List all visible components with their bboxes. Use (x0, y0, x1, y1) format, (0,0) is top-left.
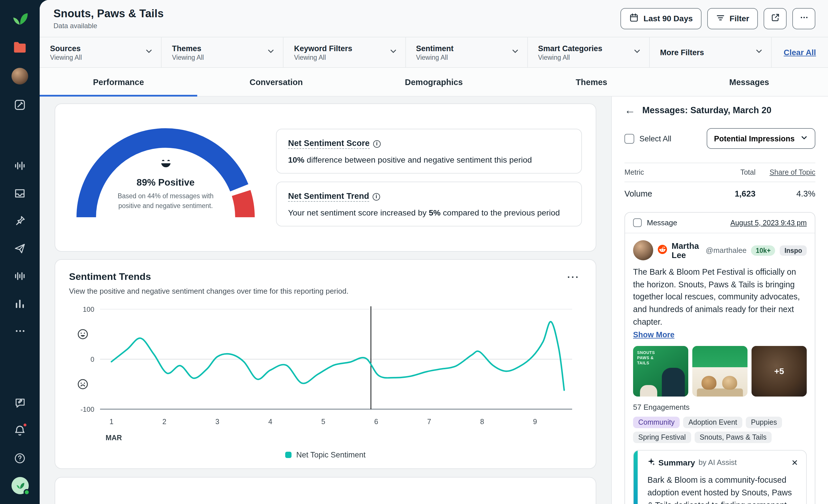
info-icon[interactable] (373, 140, 381, 147)
app-sidebar (0, 0, 40, 504)
image-overflow-count: +5 (774, 366, 784, 376)
clear-all-container: Clear All (772, 37, 828, 67)
message-image-2[interactable] (692, 346, 747, 396)
select-all-checkbox[interactable] (624, 134, 634, 143)
filter-sources[interactable]: SourcesViewing All (40, 37, 162, 67)
feedback-icon[interactable] (9, 393, 30, 413)
help-icon[interactable] (9, 448, 30, 468)
trend-box-text: Your net sentiment score increased by 5%… (288, 208, 570, 217)
message-checkbox[interactable] (633, 218, 642, 227)
message-image-3[interactable]: +5 (751, 346, 807, 396)
status-dot (23, 489, 30, 495)
sprout-logo[interactable] (9, 8, 30, 29)
tab-performance[interactable]: Performance (40, 68, 197, 96)
message-body: The Bark & Bloom Pet Festival is officia… (633, 266, 807, 328)
user-avatar[interactable] (9, 475, 30, 496)
screen: Snouts, Paws & Tails Data available Last… (0, 0, 828, 504)
tag-adoption-event[interactable]: Adoption Event (683, 416, 742, 428)
chevron-down-icon (389, 47, 397, 57)
filter-themes[interactable]: ThemesViewing All (162, 37, 284, 67)
summary-title: Summary (658, 458, 695, 467)
summary-text: Bark & Bloom is a community-focused adop… (648, 473, 798, 504)
reports-icon[interactable] (9, 293, 30, 314)
svg-text:4: 4 (268, 417, 272, 425)
filter-button-label: Filter (730, 14, 749, 23)
tab-demographics[interactable]: Demographics (355, 68, 512, 96)
score-text: difference between positive and negative… (304, 155, 532, 164)
author-name[interactable]: Martha Lee (672, 241, 701, 260)
trends-description: View the positive and negative sentiment… (69, 287, 348, 295)
score-box-text: 10% difference between positive and nega… (288, 155, 570, 164)
tab-themes[interactable]: Themes (512, 68, 670, 96)
filter-more-filters[interactable]: More Filters (650, 37, 772, 67)
ai-summary-card: Summary by AI Assist Bark & Bloom is a c… (633, 450, 807, 504)
svg-text:100: 100 (83, 306, 94, 313)
content-area: 89% Positive Based on 44% of messages wi… (40, 97, 828, 504)
more-nav-icon[interactable] (9, 321, 30, 341)
pin-icon[interactable] (9, 210, 30, 231)
share-export-button[interactable] (763, 8, 787, 29)
message-timestamp-link[interactable]: August 5, 2023 9:43 pm (731, 219, 807, 227)
filter-keyword-filters[interactable]: Keyword FiltersViewing All (284, 37, 406, 67)
back-arrow-icon[interactable] (624, 104, 635, 116)
grin-emoji-icon (158, 156, 173, 172)
trend-text-before: Your net sentiment score increased by (288, 208, 429, 217)
more-options-button[interactable] (792, 8, 815, 29)
message-tags: Community Adoption Event Puppies Spring … (633, 416, 807, 443)
sentiment-trends-chart: 1000-100123456789MAR (69, 302, 582, 448)
tag-puppies[interactable]: Puppies (746, 416, 782, 428)
chevron-down-icon (800, 134, 808, 143)
show-more-link[interactable]: Show More (633, 330, 674, 339)
col-share-of-topic: Share of Topic (755, 168, 815, 176)
message-card-header: Message August 5, 2023 9:43 pm (625, 213, 815, 233)
tab-messages[interactable]: Messages (670, 68, 828, 96)
message-image-1[interactable]: SNOUTS PAWS & TAILS (633, 346, 688, 396)
chevron-down-icon (511, 47, 519, 57)
date-range-button[interactable]: Last 90 Days (620, 8, 701, 29)
svg-text:7: 7 (427, 417, 431, 425)
select-all-control: Select All (624, 134, 671, 143)
compose-icon[interactable] (9, 94, 30, 115)
card-menu-icon[interactable] (565, 271, 582, 284)
net-sentiment-trend-box: Net Sentiment Trend Your net sentiment s… (276, 182, 582, 226)
select-all-label: Select All (639, 134, 671, 143)
col-total: Total (710, 168, 755, 176)
workspace-folder-icon[interactable] (9, 37, 30, 57)
insights-icon[interactable] (9, 266, 30, 286)
svg-text:MAR: MAR (106, 433, 122, 442)
filter-label: Sources (50, 44, 82, 53)
chart-legend: Net Topic Sentiment (69, 451, 582, 461)
svg-text:2: 2 (162, 417, 166, 425)
calendar-icon (629, 13, 639, 24)
content-tag: Inspo (780, 245, 807, 256)
gauge-caption: Based on 44% of messages with positive a… (107, 191, 224, 211)
close-icon[interactable] (791, 458, 798, 467)
tab-conversation[interactable]: Conversation (197, 68, 355, 96)
listening-icon[interactable] (9, 155, 30, 176)
info-icon[interactable] (373, 193, 380, 200)
filter-button[interactable]: Filter (707, 8, 758, 29)
clear-all-link[interactable]: Clear All (784, 48, 816, 57)
chevron-down-icon (267, 47, 275, 57)
gauge-percent-label: 89% Positive (136, 177, 195, 188)
sentiment-trends-card: Sentiment Trends View the positive and n… (55, 259, 596, 469)
publishing-icon[interactable] (9, 238, 30, 259)
inbox-icon[interactable] (9, 183, 30, 203)
svg-text:3: 3 (215, 417, 219, 425)
filter-lines-icon (716, 13, 725, 24)
sort-dropdown[interactable]: Potential Impressions (706, 128, 815, 149)
filter-smart-categories[interactable]: Smart CategoriesViewing All (528, 37, 650, 67)
messages-panel: Messages: Saturday, March 20 Select All … (611, 97, 828, 504)
workspace-avatar[interactable] (9, 65, 30, 86)
tag-community[interactable]: Community (633, 416, 680, 428)
tag-snouts-paws-tails[interactable]: Snouts, Paws & Tails (694, 431, 772, 443)
filter-value: Viewing All (538, 54, 602, 61)
tag-spring-festival[interactable]: Spring Festival (633, 431, 691, 443)
net-sentiment-card: 89% Positive Based on 44% of messages wi… (55, 103, 596, 252)
svg-text:9: 9 (533, 417, 537, 425)
author-avatar[interactable] (633, 240, 653, 260)
smiley-axis-icon (78, 330, 87, 339)
notifications-icon[interactable] (9, 420, 30, 441)
app-window: Snouts, Paws & Tails Data available Last… (40, 0, 828, 504)
filter-sentiment[interactable]: SentimentViewing All (406, 37, 528, 67)
